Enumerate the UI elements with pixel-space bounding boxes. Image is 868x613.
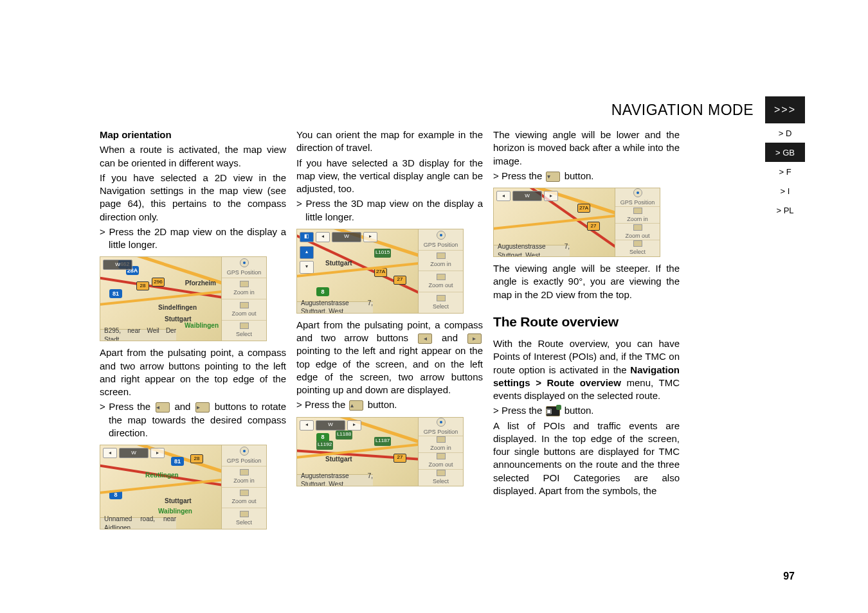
compass-left-btn: ◂ <box>103 448 117 458</box>
compass-left-btn-4: ◂ <box>300 420 314 431</box>
city-stuttgart-3: Stuttgart <box>325 259 352 268</box>
marker-27a-5: 27A <box>577 204 590 213</box>
zoomout-icon-5 <box>633 224 642 231</box>
side-zoomin-3: Zoom in <box>419 251 463 272</box>
status-bar-4: Augustenstrasse 7, Stuttgart, West <box>297 474 373 486</box>
marker-27: 27 <box>393 276 406 285</box>
language-index: > D > GB > F > I > PL <box>765 123 805 220</box>
compass-left-btn-5: ◂ <box>496 191 511 201</box>
compass-display-1: W <box>103 260 132 270</box>
arrow-left-icon: ◂ <box>156 402 170 413</box>
col3-p2: > Press the ▾ button. <box>493 170 680 182</box>
map-2d-canvas: 81 28A 462 296 28 Pforzheim Sindelfingen… <box>100 257 221 341</box>
tilt-controls: ▴ ▾ <box>300 246 314 274</box>
side-zoomout-3: Zoom out <box>419 271 463 292</box>
marker-a81: 81 <box>109 289 122 298</box>
compass-right-btn-4: ▸ <box>347 420 361 431</box>
side-zoomout-4: Zoom out <box>419 453 463 470</box>
compass-right-btn: ▸ <box>150 448 165 458</box>
city-sindelfingen: Sindelfingen <box>158 303 197 312</box>
city-stuttgart-4: Stuttgart <box>325 455 352 464</box>
side-zoomout-5: Zoom out <box>615 224 660 240</box>
marker-a8-3: 8 <box>316 287 329 296</box>
marker-a81-2: 81 <box>171 457 184 466</box>
col2-p5: > Press the ▴ button. <box>296 398 483 411</box>
status-bar-1: B295, near Weil Der Stadt <box>100 329 176 341</box>
col1-p2: If you have selected a 2D view in the Na… <box>100 172 286 224</box>
side-select-4: Select <box>419 470 463 486</box>
col3-p6: A list of POIs and traffic events are di… <box>493 420 680 498</box>
side-gps-1: GPS Position <box>222 257 266 278</box>
map-figure-3d-low: 8 L1188 L1192 L1187 27 Stuttgart ◂ W ▸ A… <box>296 417 464 486</box>
side-gps-4: GPS Position <box>419 418 463 436</box>
side-select-2: Select <box>222 508 266 529</box>
header-arrows: >>> <box>774 104 796 116</box>
compass-tilt-indicator: ◧ <box>300 232 314 242</box>
marker-l1192: L1192 <box>316 441 333 450</box>
side-zoomout-2: Zoom out <box>222 488 266 509</box>
arrow-up-icon: ▴ <box>349 400 363 411</box>
zoomin-icon <box>240 281 249 287</box>
marker-y28-2: 28 <box>190 454 203 463</box>
marker-27-4: 27 <box>393 454 406 463</box>
col3-p5: > Press the ▣ button. <box>493 404 680 417</box>
arrow-right-icon-2: ▸ <box>467 333 482 344</box>
city-pforzheim: Pforzheim <box>185 279 216 288</box>
zoomin-icon-2 <box>240 469 249 475</box>
compass-display-4: W <box>316 420 345 431</box>
zoomin-icon-5 <box>633 208 642 214</box>
lang-d: > D <box>765 123 805 143</box>
city-stuttgart-2: Stuttgart <box>165 497 192 506</box>
col3-p4: With the Route overview, you can have Po… <box>493 337 680 402</box>
tilt-up-btn: ▴ <box>300 246 314 259</box>
lang-pl: > PL <box>765 200 805 220</box>
content-columns: Map orientation When a route is activate… <box>100 129 682 535</box>
select-icon <box>240 323 249 329</box>
zoomin-icon-3 <box>437 253 446 259</box>
side-select-1: Select <box>222 321 266 341</box>
side-select-5: Select <box>615 240 660 256</box>
column-3: The viewing angle will be lower and the … <box>493 129 680 535</box>
col3-p1: The viewing angle will be lower and the … <box>493 129 680 168</box>
side-zoomout-1: Zoom out <box>222 299 266 321</box>
side-gps-3: GPS Position <box>419 229 463 251</box>
gps-icon-3 <box>437 231 446 240</box>
gps-icon-4 <box>437 418 446 427</box>
marker-l1187: L1187 <box>374 437 391 446</box>
heading-route-overview: The Route overview <box>493 313 680 331</box>
page-header: NAVIGATION MODE <box>611 96 765 123</box>
select-icon-4 <box>437 470 446 476</box>
header-title: NAVIGATION MODE <box>611 102 754 119</box>
status-bar-5: Augustenstrasse 7, Stuttgart, West <box>494 245 570 256</box>
header-arrows-box: >>> <box>765 96 805 123</box>
route-overview-icon: ▣ <box>546 406 560 416</box>
compass-right-btn-5: ▸ <box>544 191 558 201</box>
side-zoomin-1: Zoom in <box>222 278 266 299</box>
col1-p4: Apart from the pulsating point, a compas… <box>100 346 286 398</box>
zoomout-icon-3 <box>437 274 446 280</box>
column-1: Map orientation When a route is activate… <box>100 129 286 535</box>
compass-display-3: W <box>332 232 361 242</box>
col1-p5: > Press the ◂ and ▸ buttons to rotate th… <box>100 400 286 440</box>
column-2: You can orient the map for example in th… <box>296 129 483 535</box>
col1-p1: When a route is activated, the map view … <box>100 143 286 170</box>
compass-display-2: W <box>119 448 149 458</box>
tilt-down-btn: ▾ <box>300 261 314 274</box>
page-number: 97 <box>783 571 795 582</box>
gps-icon-5 <box>633 188 642 197</box>
marker-y28: 28 <box>136 281 149 290</box>
marker-27a: 27A <box>374 268 387 277</box>
map-figure-3d: 8 L1015 27A 27 Stuttgart ◧ ◂ W ▸ ▴ ▾ Aug… <box>296 229 464 314</box>
map-3d-steep-canvas: 27A 27 ◂ W ▸ Augustenstrasse 7, Stuttgar… <box>494 188 615 256</box>
col2-p2: If you have selected a 3D display for th… <box>296 157 483 196</box>
col2-p4: Apart from the pulsating point, a compas… <box>296 319 483 397</box>
col2-p1: You can orient the map for example in th… <box>296 129 483 155</box>
map-3d-low-canvas: 8 L1188 L1192 L1187 27 Stuttgart ◂ W ▸ A… <box>297 418 418 486</box>
compass-right-btn-3: ▸ <box>363 232 377 242</box>
side-zoomin-4: Zoom in <box>419 436 463 453</box>
compass-row-4: ◂ W ▸ <box>300 420 361 431</box>
status-bar-2: Unnamed road, near Aidlingen <box>100 517 176 529</box>
map-3d-sidebar: GPS Position Zoom in Zoom out Select <box>418 229 463 313</box>
marker-a8-2: 8 <box>109 490 122 499</box>
marker-l1188: L1188 <box>336 431 352 440</box>
